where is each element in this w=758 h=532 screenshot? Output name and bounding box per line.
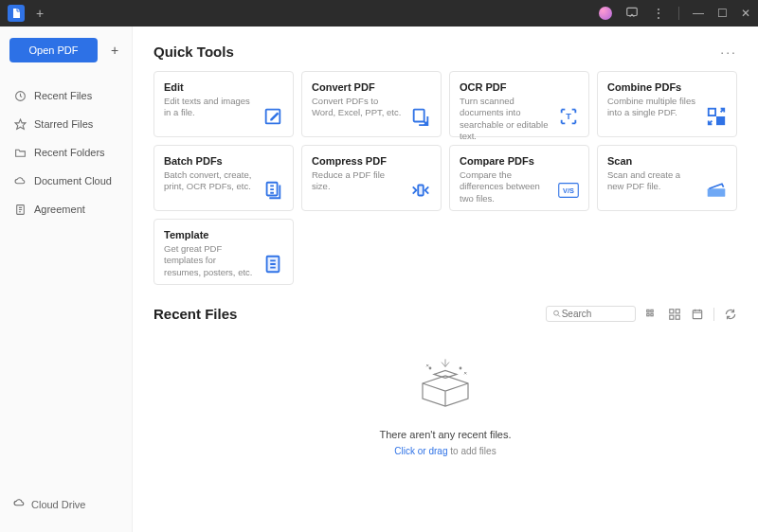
view-grid-icon[interactable] — [668, 308, 681, 321]
window-minimize-button[interactable]: — — [693, 7, 704, 20]
clock-icon — [13, 89, 27, 102]
folder-icon — [13, 146, 27, 159]
tool-card-compare-pdfs[interactable]: Compare PDFsCompare the differences betw… — [449, 145, 589, 211]
edit-icon — [262, 106, 283, 127]
tool-card-convert-pdf[interactable]: Convert PDFConvert PDFs to Word, Excel, … — [301, 71, 442, 137]
sidebar-item-recent-folders[interactable]: Recent Folders — [0, 138, 132, 167]
window-close-button[interactable]: ✕ — [741, 7, 750, 20]
sidebar-item-document-cloud[interactable]: Document Cloud — [0, 167, 132, 195]
batch-icon — [262, 180, 283, 201]
sidebar-item-label: Starred Files — [34, 118, 93, 130]
quick-tools-heading: Quick Tools — [153, 44, 234, 60]
empty-message: There aren't any recent files. — [153, 429, 737, 440]
sidebar: Open PDF + Recent Files Starred Files Re… — [0, 27, 133, 532]
cloud-icon — [13, 497, 26, 511]
card-desc: Combine multiple files into a single PDF… — [607, 96, 697, 119]
card-desc: Convert PDFs to Word, Excel, PPT, etc. — [312, 96, 402, 119]
svg-text:T: T — [566, 112, 571, 121]
sidebar-item-label: Recent Files — [34, 90, 92, 101]
card-title: Template — [164, 229, 283, 240]
new-tab-button[interactable]: + — [36, 6, 44, 21]
svg-rect-21 — [676, 309, 679, 312]
svg-point-15 — [554, 310, 559, 315]
card-desc: Batch convert, create, print, OCR PDFs, … — [164, 169, 254, 193]
titlebar: + ⋮ — ☐ ✕ — [0, 0, 758, 27]
tool-card-compress-pdf[interactable]: Compress PDFReduce a PDF file size. — [301, 145, 442, 211]
scan-icon — [706, 180, 727, 201]
feedback-icon[interactable] — [625, 6, 639, 22]
card-desc: Edit texts and images in a file. — [164, 96, 254, 119]
svg-rect-18 — [647, 313, 649, 315]
sidebar-item-starred-files[interactable]: Starred Files — [0, 110, 132, 138]
empty-hint: Click or drag to add files — [153, 446, 737, 456]
window-maximize-button[interactable]: ☐ — [717, 7, 728, 20]
card-title: Batch PDFs — [164, 155, 283, 167]
card-desc: Scan and create a new PDF file. — [607, 169, 697, 193]
avatar[interactable] — [599, 7, 612, 20]
empty-hint-suffix: to add files — [447, 446, 496, 456]
svg-text:V/S: V/S — [563, 186, 574, 195]
combine-icon — [706, 106, 727, 127]
add-button[interactable]: + — [107, 43, 122, 58]
sidebar-item-label: Document Cloud — [34, 175, 112, 186]
card-title: Compare PDFs — [460, 155, 579, 167]
svg-point-25 — [429, 367, 431, 369]
svg-rect-10 — [418, 186, 424, 196]
ocr-icon: T — [558, 106, 579, 127]
svg-marker-2 — [15, 119, 26, 129]
recent-files-heading: Recent Files — [153, 306, 237, 322]
content-area: Quick Tools ··· EditEdit texts and image… — [133, 27, 758, 532]
calendar-icon[interactable] — [691, 308, 704, 321]
open-pdf-button[interactable]: Open PDF — [9, 38, 98, 62]
svg-rect-8 — [717, 117, 724, 124]
search-input-wrapper[interactable] — [546, 306, 636, 322]
tool-card-scan[interactable]: ScanScan and create a new PDF file. — [597, 145, 737, 211]
sidebar-item-agreement[interactable]: Agreement — [0, 195, 132, 223]
cloud-drive-label: Cloud Drive — [31, 499, 85, 510]
card-title: OCR PDF — [460, 81, 579, 93]
tool-card-edit[interactable]: EditEdit texts and images in a file. — [153, 71, 294, 137]
card-title: Edit — [164, 81, 283, 93]
svg-rect-17 — [651, 310, 653, 311]
card-title: Scan — [607, 155, 727, 167]
svg-rect-19 — [651, 313, 653, 315]
search-icon — [552, 309, 562, 319]
sidebar-item-label: Agreement — [34, 204, 85, 215]
empty-box-icon — [407, 350, 483, 417]
svg-rect-23 — [676, 315, 679, 319]
sidebar-nav: Recent Files Starred Files Recent Folder… — [0, 81, 132, 223]
card-desc: Reduce a PDF file size. — [312, 169, 402, 193]
cloud-icon — [13, 174, 27, 187]
card-desc: Get great PDF templates for resumes, pos… — [164, 243, 254, 278]
file-icon — [13, 203, 27, 216]
card-title: Combine PDFs — [607, 81, 727, 93]
svg-rect-5 — [414, 110, 424, 122]
card-desc: Compare the differences between two file… — [460, 169, 550, 204]
quick-tools-more-button[interactable]: ··· — [720, 44, 737, 60]
tool-card-batch-pdfs[interactable]: Batch PDFsBatch convert, create, print, … — [153, 145, 294, 211]
svg-rect-7 — [709, 109, 715, 115]
svg-point-26 — [460, 367, 461, 369]
recent-files-empty: There aren't any recent files. Click or … — [153, 331, 737, 466]
sidebar-cloud-drive[interactable]: Cloud Drive — [0, 488, 132, 521]
search-input[interactable] — [562, 309, 629, 319]
svg-rect-24 — [693, 310, 701, 318]
tool-card-ocr-pdf[interactable]: OCR PDFTurn scanned documents into searc… — [449, 71, 589, 137]
card-title: Convert PDF — [312, 81, 431, 93]
tool-card-template[interactable]: TemplateGet great PDF templates for resu… — [153, 219, 294, 285]
divider — [713, 308, 714, 321]
compress-icon — [410, 180, 431, 201]
view-list-icon[interactable] — [645, 308, 659, 321]
svg-rect-13 — [708, 188, 726, 196]
svg-rect-22 — [670, 315, 674, 319]
click-or-drag-link[interactable]: Click or drag — [394, 446, 447, 456]
svg-rect-16 — [647, 310, 649, 311]
tool-card-combine-pdfs[interactable]: Combine PDFsCombine multiple files into … — [597, 71, 737, 137]
sidebar-item-recent-files[interactable]: Recent Files — [0, 81, 132, 110]
quick-tools-grid: EditEdit texts and images in a file.Conv… — [153, 71, 737, 285]
kebab-menu-icon[interactable]: ⋮ — [652, 6, 665, 21]
compare-icon: V/S — [558, 180, 579, 201]
svg-rect-20 — [670, 309, 674, 312]
refresh-icon[interactable] — [724, 308, 737, 321]
template-icon — [262, 254, 283, 275]
